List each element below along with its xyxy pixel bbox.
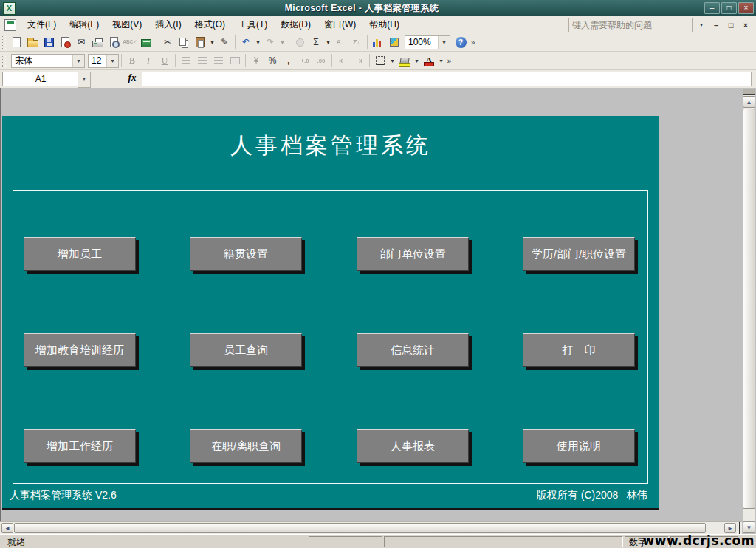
fill-color-button[interactable] xyxy=(396,53,413,69)
font-color-button[interactable]: A xyxy=(421,53,437,69)
print-preview-button[interactable] xyxy=(106,35,122,50)
paste-dropdown-button[interactable]: ▾ xyxy=(208,35,216,50)
scroll-right-button[interactable]: ► xyxy=(724,523,736,533)
help-question-input[interactable] xyxy=(568,18,693,32)
excel-app-icon[interactable]: X xyxy=(3,2,16,15)
toolbar-separator xyxy=(369,54,370,67)
toolbar-grip[interactable] xyxy=(2,55,6,67)
native-place-setup-button[interactable]: 籍贯设置 xyxy=(190,237,302,271)
menu-item-edit[interactable]: 编辑(E) xyxy=(63,16,106,33)
open-button[interactable] xyxy=(24,35,41,50)
help-dropdown-icon[interactable]: ▾ xyxy=(695,21,707,28)
print-button-toolbar[interactable] xyxy=(89,35,106,50)
font-color-dropdown-button[interactable]: ▾ xyxy=(437,53,445,69)
menu-item-file[interactable]: 文件(F) xyxy=(21,16,63,33)
scroll-up-button[interactable]: ▲ xyxy=(743,96,755,108)
toolbar-separator xyxy=(157,35,157,49)
cut-button[interactable]: ✂ xyxy=(159,35,176,50)
undo-dropdown-button[interactable]: ▾ xyxy=(254,35,262,50)
font-size-combobox[interactable]: 12 ▾ xyxy=(88,54,119,68)
comma-style-button[interactable]: , xyxy=(281,53,297,69)
chart-wizard-button[interactable] xyxy=(370,35,386,50)
vertical-scroll-thumb[interactable] xyxy=(743,109,755,509)
horizontal-scrollbar[interactable]: ◄ ► xyxy=(0,521,742,534)
autosum-dropdown-button[interactable]: ▾ xyxy=(324,35,332,50)
scroll-left-button[interactable]: ◄ xyxy=(1,523,13,533)
window-controls: – □ × xyxy=(704,2,754,14)
chevron-down-icon: ▾ xyxy=(415,58,418,64)
chevron-down-icon[interactable]: ▾ xyxy=(438,36,450,49)
toolbar-grip[interactable] xyxy=(2,36,6,49)
toolbar-options-button[interactable]: » xyxy=(445,53,453,69)
user-manual-button[interactable]: 使用说明 xyxy=(523,429,635,463)
vertical-scrollbar[interactable]: ▲ ▼ xyxy=(743,89,755,533)
toolbar-separator xyxy=(121,54,122,67)
drawing-button[interactable] xyxy=(386,35,402,50)
decrease-decimal-icon: .00 xyxy=(317,58,325,64)
zoom-combobox[interactable]: 100% ▾ xyxy=(405,35,450,49)
workbook-minimize-button[interactable]: – xyxy=(710,21,722,30)
info-statistics-button[interactable]: 信息统计 xyxy=(357,333,469,367)
permission-button[interactable] xyxy=(57,35,73,50)
window-maximize-button[interactable]: □ xyxy=(721,2,737,14)
horizontal-scroll-thumb[interactable] xyxy=(14,523,706,533)
add-work-experience-button[interactable]: 增加工作经历 xyxy=(24,429,136,463)
research-button[interactable] xyxy=(138,35,154,50)
workbook-close-button[interactable]: × xyxy=(740,21,752,30)
employee-query-button[interactable]: 员工查询 xyxy=(190,333,302,367)
scrollbar-split-handle[interactable] xyxy=(743,89,755,95)
toolbar-options-icon: » xyxy=(447,57,452,65)
hr-report-button[interactable]: 人事报表 xyxy=(357,429,469,463)
window-minimize-button[interactable]: – xyxy=(704,2,720,14)
active-resigned-query-button[interactable]: 在职/离职查询 xyxy=(190,429,302,463)
bold-icon: B xyxy=(129,55,135,66)
toolbar-separator xyxy=(245,54,246,67)
email-button[interactable]: ✉ xyxy=(73,35,89,50)
help-button[interactable]: ? xyxy=(453,35,469,50)
new-workbook-button[interactable] xyxy=(8,35,24,50)
menu-item-data[interactable]: 数据(D) xyxy=(274,16,317,33)
education-department-position-setup-button[interactable]: 学历/部门/职位设置 xyxy=(523,237,635,271)
menu-item-window[interactable]: 窗口(W) xyxy=(317,16,362,33)
font-name-combobox[interactable]: 宋体 ▾ xyxy=(11,54,85,68)
borders-button[interactable] xyxy=(372,53,388,69)
save-button[interactable] xyxy=(41,35,57,50)
name-box[interactable]: A1 xyxy=(2,72,79,86)
toolbar-options-button[interactable]: » xyxy=(469,35,477,50)
scroll-down-button[interactable]: ▼ xyxy=(743,521,755,533)
department-unit-setup-button[interactable]: 部门单位设置 xyxy=(357,237,469,271)
menu-item-tools[interactable]: 工具(T) xyxy=(232,16,274,33)
format-painter-button[interactable]: ✎ xyxy=(216,35,233,50)
status-panel xyxy=(384,536,623,547)
percent-style-button[interactable]: % xyxy=(264,53,281,69)
print-button[interactable]: 打 印 xyxy=(523,333,635,367)
insert-function-button[interactable]: fx xyxy=(124,72,140,86)
chevron-down-icon[interactable]: ▾ xyxy=(72,55,84,67)
menu-item-help[interactable]: 帮助(H) xyxy=(362,16,406,33)
autosum-button[interactable]: Σ xyxy=(308,35,324,50)
formatting-toolbar: 宋体 ▾ 12 ▾ B I U ¥ % , +.0 .00 ⇤ ⇥ ▾ ▾ A … xyxy=(0,52,756,70)
formula-input[interactable] xyxy=(142,72,752,86)
name-box-dropdown[interactable]: ▾ xyxy=(78,72,91,88)
chevron-down-icon[interactable]: ▾ xyxy=(106,55,118,67)
paste-button[interactable] xyxy=(192,35,208,50)
arrow-right-icon: ► xyxy=(727,525,733,532)
toolbar-separator xyxy=(331,54,332,67)
menu-item-format[interactable]: 格式(O) xyxy=(188,16,232,33)
menu-item-view[interactable]: 视图(V) xyxy=(106,16,148,33)
font-color-swatch xyxy=(424,62,434,66)
window-close-button[interactable]: × xyxy=(738,2,754,14)
add-employee-button[interactable]: 增加员工 xyxy=(24,237,136,271)
copy-button[interactable] xyxy=(176,35,192,50)
add-education-training-button[interactable]: 增加教育培训经历 xyxy=(24,333,136,367)
increase-indent-button: ⇥ xyxy=(351,53,367,69)
fill-color-dropdown-button[interactable]: ▾ xyxy=(413,53,421,69)
watermark-text: www.dcrjs.com xyxy=(643,533,755,548)
borders-dropdown-button[interactable]: ▾ xyxy=(388,53,396,69)
workbook-icon[interactable] xyxy=(4,19,16,31)
toolbar-options-icon: » xyxy=(471,38,475,47)
align-left-icon xyxy=(182,57,190,65)
menu-item-insert[interactable]: 插入(I) xyxy=(148,16,188,33)
undo-button[interactable]: ↶ xyxy=(238,35,254,50)
workbook-restore-button[interactable]: □ xyxy=(725,21,737,30)
